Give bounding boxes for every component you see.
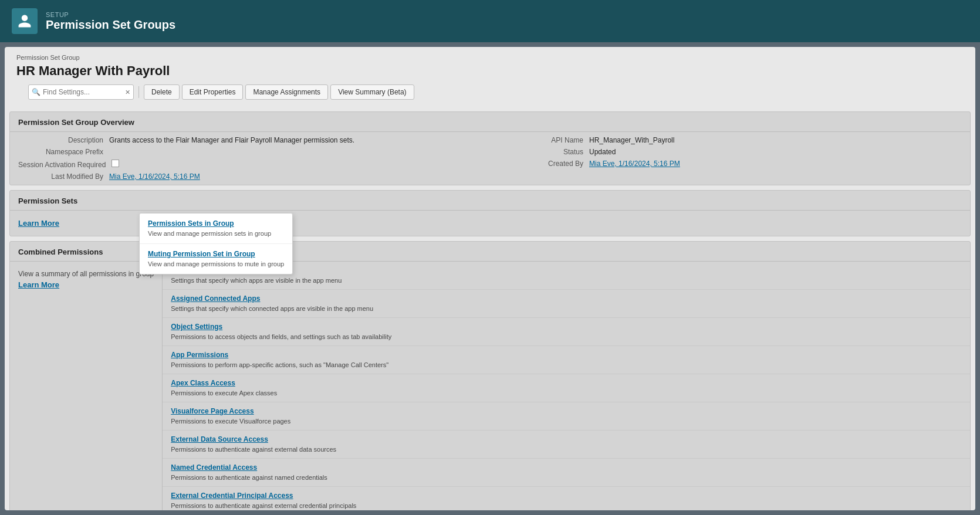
person-icon — [17, 13, 32, 29]
combined-link-row: External Data Source AccessPermissions t… — [163, 431, 970, 459]
setup-label: SETUP — [46, 11, 175, 18]
combined-link-desc-5: Permissions to execute Visualforce pages — [171, 418, 290, 425]
breadcrumb: Permission Set Group — [16, 54, 964, 61]
search-wrapper: 🔍 ✕ — [28, 84, 134, 100]
combined-link-desc-0: Settings that specify which apps are vis… — [171, 277, 342, 284]
dropdown-item-2: Muting Permission Set in Group View and … — [140, 244, 292, 274]
created-by-value[interactable]: Mia Eve, 1/16/2024, 5:16 PM — [589, 160, 680, 168]
permission-sets-section: Permission Sets Learn More Permission Se… — [9, 190, 971, 236]
combined-link-desc-3: Permissions to perform app-specific acti… — [171, 361, 388, 368]
combined-link-desc-4: Permissions to execute Apex classes — [171, 389, 277, 397]
page-title: HR Manager With Payroll — [16, 63, 964, 79]
created-by-label: Created By — [498, 160, 589, 168]
combined-link-title-6[interactable]: External Data Source Access — [171, 435, 962, 443]
session-label: Session Activation Required — [18, 161, 111, 169]
header-text-group: SETUP Permission Set Groups — [46, 11, 175, 32]
avatar — [12, 8, 38, 34]
permission-sets-learn-more[interactable]: Learn More — [18, 219, 59, 228]
search-clear-button[interactable]: ✕ — [125, 89, 130, 96]
combined-link-title-5[interactable]: Visualforce Page Access — [171, 407, 962, 415]
combined-link-title-3[interactable]: App Permissions — [171, 351, 962, 359]
dropdown-item-1-title[interactable]: Permission Sets in Group — [148, 219, 284, 228]
app-title: Permission Set Groups — [46, 18, 175, 32]
dropdown-item-1-desc: View and manage permission sets in group — [148, 230, 271, 237]
status-value: Updated — [589, 148, 616, 156]
overview-section-title: Permission Set Group Overview — [10, 112, 970, 132]
combined-link-row: Named Credential AccessPermissions to au… — [163, 459, 970, 487]
permission-sets-title: Permission Sets — [10, 191, 970, 211]
combined-link-row: Object SettingsPermissions to access obj… — [163, 318, 970, 346]
permission-sets-dropdown: Permission Sets in Group View and manage… — [139, 213, 293, 275]
search-icon: 🔍 — [32, 88, 40, 96]
permission-sets-body: Learn More Permission Sets in Group View… — [10, 211, 970, 236]
combined-link-row: App PermissionsPermissions to perform ap… — [163, 346, 970, 374]
session-field: Session Activation Required — [10, 158, 490, 171]
combined-link-row: Visualforce Page AccessPermissions to ex… — [163, 402, 970, 431]
combined-permissions-body: View a summary of all permissions in gro… — [10, 262, 970, 510]
search-input[interactable] — [28, 84, 134, 100]
status-label: Status — [498, 148, 589, 156]
session-checkbox — [111, 160, 119, 167]
dropdown-item-2-desc: View and manage permissions to mute in g… — [148, 260, 284, 267]
combined-link-row: External Credential Principal AccessPerm… — [163, 487, 970, 510]
combined-permissions-section: Combined Permissions View a summary of a… — [9, 241, 971, 510]
combined-link-desc-6: Permissions to authenticate against exte… — [171, 446, 336, 453]
description-label: Description — [18, 136, 109, 144]
combined-learn-more[interactable]: Learn More — [18, 280, 154, 289]
combined-link-title-2[interactable]: Object Settings — [171, 323, 962, 331]
page-header: Permission Set Group HR Manager With Pay… — [5, 47, 975, 111]
view-summary-button[interactable]: View Summary (Beta) — [330, 84, 414, 100]
permission-sets-left: Learn More — [18, 219, 89, 228]
description-field: Description Grants access to the Flair M… — [10, 134, 490, 146]
overview-section: Permission Set Group Overview Descriptio… — [9, 111, 971, 185]
combined-link-row: Apex Class AccessPermissions to execute … — [163, 374, 970, 402]
overview-right-col: API Name HR_Manager_With_Payroll Status … — [490, 132, 970, 185]
combined-link-desc-2: Permissions to access objects and fields… — [171, 333, 391, 340]
combined-link-title-7[interactable]: Named Credential Access — [171, 463, 962, 472]
status-field: Status Updated — [490, 146, 970, 158]
dropdown-item-1: Permission Sets in Group View and manage… — [140, 214, 292, 244]
description-value: Grants access to the Flair Manager and F… — [109, 136, 354, 144]
api-name-label: API Name — [498, 136, 589, 144]
main-content: Permission Set Group HR Manager With Pay… — [5, 47, 975, 510]
last-modified-field: Last Modified By Mia Eve, 1/16/2024, 5:1… — [10, 171, 490, 182]
overview-left-col: Description Grants access to the Flair M… — [10, 132, 490, 185]
dropdown-item-2-title[interactable]: Muting Permission Set in Group — [148, 250, 284, 258]
last-modified-label: Last Modified By — [18, 172, 109, 181]
toolbar: 🔍 ✕ Delete Edit Properties Manage Assign… — [16, 84, 964, 107]
combined-link-title-1[interactable]: Assigned Connected Apps — [171, 294, 962, 303]
last-modified-value[interactable]: Mia Eve, 1/16/2024, 5:16 PM — [109, 172, 200, 181]
namespace-field: Namespace Prefix — [10, 146, 490, 158]
manage-assignments-button[interactable]: Manage Assignments — [245, 84, 328, 100]
session-value — [111, 160, 119, 169]
namespace-label: Namespace Prefix — [18, 148, 109, 156]
app-header: SETUP Permission Set Groups — [0, 0, 980, 42]
combined-links-column: Assigned AppsSettings that specify which… — [162, 262, 970, 510]
combined-link-row: Assigned Connected AppsSettings that spe… — [163, 290, 970, 318]
edit-properties-button[interactable]: Edit Properties — [182, 84, 244, 100]
toolbar-divider — [138, 86, 139, 98]
combined-link-title-4[interactable]: Apex Class Access — [171, 379, 962, 387]
combined-link-desc-8: Permissions to authenticate against exte… — [171, 502, 356, 509]
api-name-value: HR_Manager_With_Payroll — [589, 136, 674, 144]
combined-link-title-8[interactable]: External Credential Principal Access — [171, 492, 962, 500]
created-by-field: Created By Mia Eve, 1/16/2024, 5:16 PM — [490, 158, 970, 170]
delete-button[interactable]: Delete — [144, 84, 180, 100]
overview-grid: Description Grants access to the Flair M… — [10, 132, 970, 185]
combined-left-text: View a summary of all permissions in gro… — [18, 270, 154, 278]
api-name-field: API Name HR_Manager_With_Payroll — [490, 134, 970, 146]
combined-link-desc-1: Settings that specify which connected ap… — [171, 305, 373, 312]
combined-link-desc-7: Permissions to authenticate against name… — [171, 474, 327, 481]
